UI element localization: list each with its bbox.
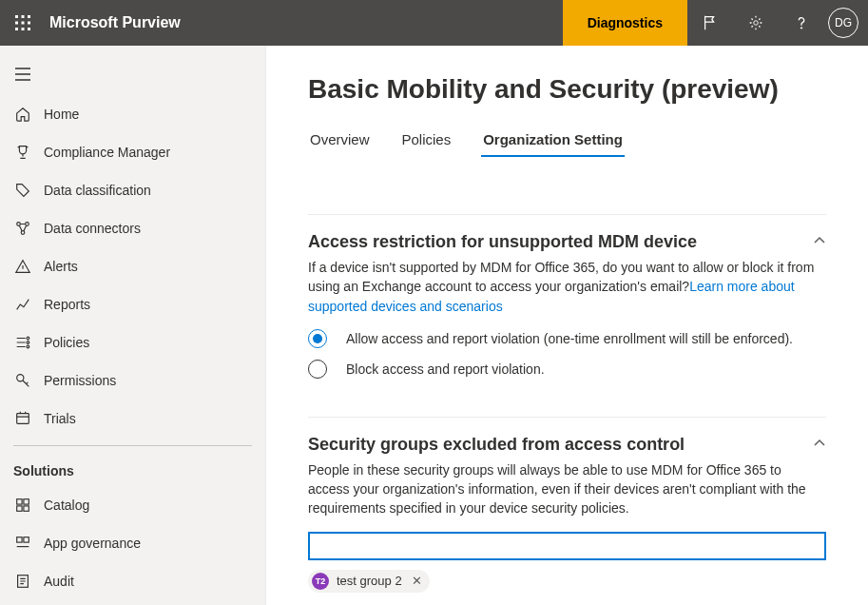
radio-button[interactable] (308, 329, 327, 348)
sidebar-item-permissions[interactable]: Permissions (0, 361, 265, 400)
alert-icon (13, 257, 32, 276)
radio-button[interactable] (308, 360, 327, 379)
gear-icon[interactable] (733, 0, 779, 46)
key-icon (13, 371, 32, 390)
top-bar: Microsoft Purview Diagnostics DG (0, 0, 868, 46)
svg-point-10 (800, 28, 801, 29)
sidebar-item-audit[interactable]: Audit (0, 562, 265, 600)
audit-icon (13, 572, 32, 591)
sidebar-item-data-classification[interactable]: Data classification (0, 171, 265, 209)
section-description: If a device isn't supported by MDM for O… (308, 258, 826, 316)
selected-tags: T2 test group 2 ✕ (308, 570, 826, 593)
sidebar-item-catalog[interactable]: Catalog (0, 486, 265, 524)
svg-point-15 (27, 342, 29, 344)
chevron-up-icon[interactable] (813, 437, 826, 453)
svg-rect-2 (28, 15, 30, 18)
radio-label: Block access and report violation. (346, 361, 545, 377)
close-icon[interactable]: ✕ (412, 574, 422, 588)
svg-rect-4 (22, 22, 25, 25)
svg-rect-22 (24, 506, 29, 511)
svg-point-11 (17, 223, 21, 226)
svg-rect-8 (28, 28, 30, 30)
svg-rect-1 (22, 15, 25, 18)
app-launcher-icon[interactable] (0, 0, 46, 46)
sidebar-heading-solutions: Solutions (0, 454, 265, 486)
svg-rect-19 (17, 499, 22, 504)
svg-rect-23 (17, 537, 22, 542)
section-title: Security groups excluded from access con… (308, 435, 685, 455)
sidebar-item-trials[interactable]: Trials (0, 400, 265, 438)
trials-icon (13, 409, 32, 428)
svg-point-9 (754, 21, 759, 26)
svg-rect-5 (28, 22, 30, 25)
svg-rect-24 (24, 537, 29, 542)
svg-rect-6 (15, 28, 18, 30)
svg-rect-0 (15, 15, 18, 18)
sidebar-item-label: Alerts (44, 259, 78, 274)
sidebar-item-label: Compliance Manager (44, 145, 170, 160)
sidebar-item-policies[interactable]: Policies (0, 323, 265, 361)
group-search-input[interactable] (308, 532, 826, 560)
hamburger-icon[interactable] (0, 53, 265, 95)
diagnostics-button[interactable]: Diagnostics (563, 0, 687, 46)
app-governance-icon (13, 534, 32, 553)
sidebar-item-label: Data connectors (44, 221, 141, 236)
trophy-icon (13, 143, 32, 162)
sidebar-divider (13, 445, 252, 446)
svg-point-12 (26, 223, 29, 226)
section-title: Access restriction for unsupported MDM d… (308, 232, 697, 252)
sidebar-item-alerts[interactable]: Alerts (0, 247, 265, 285)
sidebar-item-label: Reports (44, 297, 90, 312)
sidebar-item-label: Catalog (44, 498, 89, 513)
sidebar-item-compliance-manager[interactable]: Compliance Manager (0, 133, 265, 171)
svg-rect-3 (15, 22, 18, 25)
sidebar-item-label: Trials (44, 411, 76, 426)
radio-option-block[interactable]: Block access and report violation. (308, 360, 826, 379)
svg-point-14 (27, 337, 29, 340)
svg-rect-20 (24, 499, 29, 504)
sidebar-item-label: Data classification (44, 183, 151, 198)
tabs: Overview Policies Organization Setting (308, 126, 826, 157)
tab-organization-setting[interactable]: Organization Setting (481, 126, 625, 157)
main-content: Basic Mobility and Security (preview) Ov… (266, 46, 868, 605)
svg-point-17 (17, 375, 24, 381)
sidebar-item-label: Permissions (44, 373, 116, 388)
sidebar-item-label: App governance (44, 536, 141, 551)
sidebar-item-home[interactable]: Home (0, 95, 265, 133)
policies-icon (13, 333, 32, 352)
sidebar-item-label: Audit (44, 574, 74, 589)
connectors-icon (13, 219, 32, 238)
tag-icon (13, 181, 32, 200)
group-tag: T2 test group 2 ✕ (308, 570, 430, 593)
sidebar-item-label: Home (44, 107, 79, 122)
section-access-restriction: Access restriction for unsupported MDM d… (308, 214, 826, 379)
radio-label: Allow access and report violation (one-t… (346, 331, 793, 346)
brand-name: Microsoft Purview (49, 14, 181, 31)
svg-rect-18 (17, 414, 29, 424)
flag-icon[interactable] (687, 0, 733, 46)
reports-icon (13, 295, 32, 314)
help-icon[interactable] (779, 0, 824, 46)
tag-label: test group 2 (337, 574, 402, 588)
page-title: Basic Mobility and Security (preview) (308, 74, 826, 105)
sidebar-item-app-governance[interactable]: App governance (0, 524, 265, 562)
catalog-icon (13, 496, 32, 515)
chevron-up-icon[interactable] (813, 234, 826, 250)
section-description: People in these security groups will alw… (308, 460, 826, 518)
radio-option-allow[interactable]: Allow access and report violation (one-t… (308, 329, 826, 348)
sidebar-item-reports[interactable]: Reports (0, 285, 265, 323)
svg-rect-21 (17, 506, 22, 511)
svg-point-16 (27, 345, 29, 348)
section-excluded-groups: Security groups excluded from access con… (308, 417, 826, 593)
tab-overview[interactable]: Overview (308, 126, 372, 157)
sidebar: Home Compliance Manager Data classificat… (0, 46, 266, 605)
sidebar-item-label: Policies (44, 335, 89, 350)
svg-rect-7 (22, 28, 25, 30)
home-icon (13, 105, 32, 124)
svg-point-13 (21, 231, 25, 235)
avatar[interactable]: DG (828, 8, 858, 38)
tag-badge: T2 (312, 573, 329, 590)
sidebar-item-data-connectors[interactable]: Data connectors (0, 209, 265, 247)
tab-policies[interactable]: Policies (400, 126, 453, 157)
